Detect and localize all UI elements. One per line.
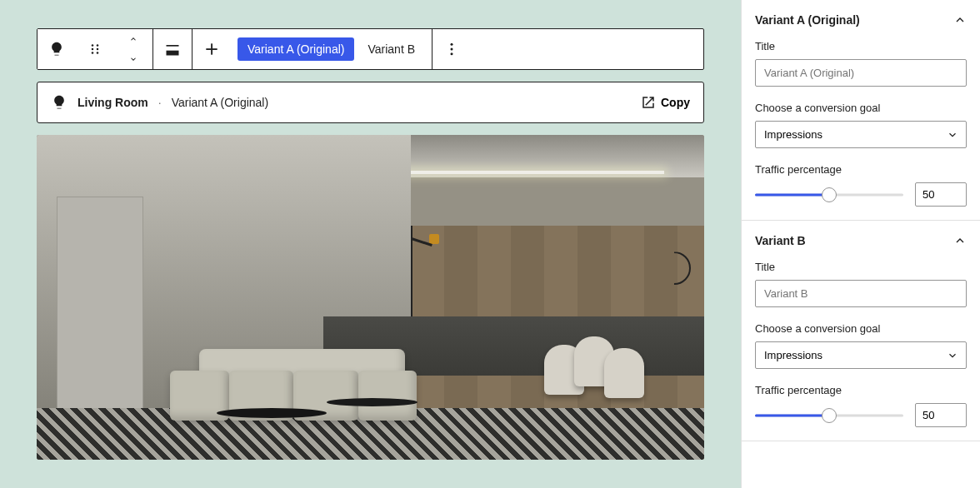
align-icon: [164, 41, 181, 57]
variant-b-traffic-input[interactable]: [915, 403, 967, 427]
svg-point-0: [92, 44, 94, 47]
variant-a-panel: Variant A (Original) Title Choose a conv…: [742, 0, 980, 221]
variant-a-panel-header[interactable]: Variant A (Original): [755, 13, 967, 27]
breadcrumb-bar: Living Room · Variant A (Original) Copy: [37, 82, 704, 123]
variant-a-traffic-input[interactable]: [915, 182, 967, 207]
svg-point-11: [451, 48, 453, 51]
variant-b-header-label: Variant B: [755, 234, 806, 247]
traffic-label: Traffic percentage: [755, 163, 967, 176]
svg-point-3: [97, 44, 99, 47]
move-up-button[interactable]: [114, 29, 152, 49]
lightbulb-icon: [51, 94, 68, 111]
variant-a-title-input[interactable]: [755, 59, 967, 87]
svg-point-1: [92, 48, 94, 51]
copy-button[interactable]: Copy: [641, 95, 690, 110]
svg-rect-6: [167, 45, 179, 47]
variant-a-tab[interactable]: Variant A (Original): [238, 37, 354, 61]
variant-b-goal-select[interactable]: Impressions: [755, 341, 967, 369]
goal-label: Choose a conversion goal: [755, 102, 967, 114]
variant-b-panel-header[interactable]: Variant B: [755, 234, 967, 247]
svg-point-10: [451, 43, 453, 46]
variant-a-header-label: Variant A (Original): [755, 13, 860, 27]
variant-b-traffic-slider[interactable]: [755, 407, 903, 424]
breadcrumb-name: Living Room: [78, 96, 148, 109]
settings-sidebar: Variant A (Original) Title Choose a conv…: [741, 0, 980, 488]
svg-point-4: [97, 48, 99, 51]
goal-label: Choose a conversion goal: [755, 322, 967, 335]
plus-icon: [203, 41, 220, 57]
chevron-up-icon: [128, 35, 139, 43]
export-icon: [641, 95, 656, 110]
traffic-label: Traffic percentage: [755, 384, 967, 396]
variant-b-panel: Variant B Title Choose a conversion goal…: [742, 221, 980, 441]
breadcrumb-variant: Variant A (Original): [172, 96, 268, 109]
title-label: Title: [755, 261, 967, 273]
chevron-up-icon: [953, 234, 967, 247]
svg-point-2: [92, 52, 94, 54]
align-button[interactable]: [153, 29, 192, 69]
chevron-up-icon: [953, 13, 967, 27]
block-type-button[interactable]: [38, 29, 76, 69]
move-down-button[interactable]: [114, 49, 152, 69]
variant-a-traffic-slider[interactable]: [755, 187, 903, 203]
svg-rect-9: [206, 48, 217, 50]
more-options-button[interactable]: [432, 29, 471, 69]
variant-b-title-input[interactable]: [755, 280, 967, 307]
add-block-button[interactable]: [192, 29, 231, 69]
lightbulb-icon: [48, 41, 65, 57]
chevron-down-icon: [128, 55, 139, 63]
svg-rect-7: [167, 51, 179, 56]
variant-preview-image: [37, 135, 704, 460]
title-label: Title: [755, 40, 967, 52]
block-toolbar: Variant A (Original) Variant B: [37, 28, 704, 70]
variant-b-tab[interactable]: Variant B: [358, 37, 425, 61]
copy-label: Copy: [661, 96, 690, 109]
svg-point-5: [97, 52, 99, 54]
svg-point-12: [451, 52, 453, 55]
drag-handle-button[interactable]: [76, 29, 114, 69]
variant-a-goal-select[interactable]: Impressions: [755, 121, 967, 148]
kebab-icon: [443, 41, 460, 57]
drag-icon: [88, 42, 102, 57]
breadcrumb-separator: ·: [158, 96, 162, 109]
editor-canvas: Variant A (Original) Variant B Living Ro…: [0, 0, 741, 488]
